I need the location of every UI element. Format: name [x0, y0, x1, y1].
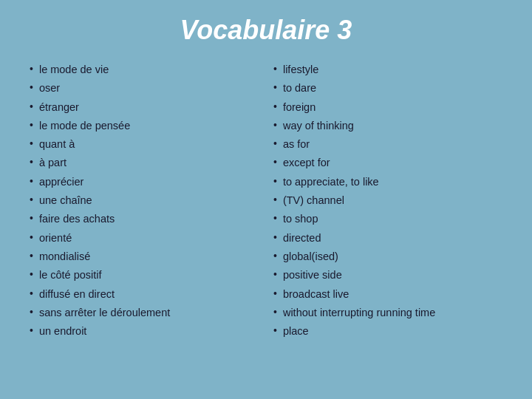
french-term: à part — [39, 155, 66, 170]
english-term: positive side — [283, 267, 342, 282]
french-term: le côté positif — [39, 267, 102, 282]
list-item: as for — [273, 137, 502, 151]
list-item: (TV) channel — [273, 193, 502, 208]
english-term: global(ised) — [283, 249, 338, 264]
list-item: global(ised) — [273, 249, 502, 264]
english-term: way of thinking — [283, 118, 354, 133]
english-term: to shop — [283, 211, 318, 226]
french-term: étranger — [39, 100, 79, 115]
list-item: way of thinking — [273, 118, 502, 133]
list-item: place — [273, 324, 502, 338]
english-term: place — [283, 324, 309, 338]
page-title: Vocabulaire 3 — [30, 15, 502, 46]
main-container: Vocabulaire 3 le mode de vieoserétranger… — [0, 0, 532, 399]
english-term: without interrupting running time — [283, 305, 435, 320]
french-term: mondialisé — [39, 249, 90, 264]
english-terms-list: lifestyleto dareforeignway of thinkingas… — [273, 62, 502, 338]
list-item: apprécier — [30, 174, 259, 189]
english-term: to dare — [283, 81, 316, 95]
list-item: oser — [30, 81, 259, 95]
english-term: directed — [283, 231, 321, 245]
list-item: à part — [30, 155, 259, 170]
list-item: sans arrêter le déroulement — [30, 305, 259, 320]
list-item: except for — [273, 155, 502, 170]
list-item: faire des achats — [30, 211, 259, 226]
french-term: une chaîne — [39, 193, 92, 208]
list-item: to shop — [273, 211, 502, 226]
list-item: broadcast live — [273, 287, 502, 301]
french-term: diffusé en direct — [39, 287, 115, 301]
list-item: to appreciate, to like — [273, 174, 502, 189]
english-term: lifestyle — [283, 62, 318, 77]
list-item: positive side — [273, 267, 502, 282]
list-item: lifestyle — [273, 62, 502, 77]
list-item: foreign — [273, 100, 502, 115]
english-term: broadcast live — [283, 287, 349, 301]
french-term: sans arrêter le déroulement — [39, 305, 170, 320]
french-term: apprécier — [39, 174, 83, 189]
list-item: le mode de vie — [30, 62, 259, 77]
list-item: le mode de pensée — [30, 118, 259, 133]
english-term: (TV) channel — [283, 193, 344, 208]
left-column: le mode de vieoserétrangerle mode de pen… — [30, 62, 259, 384]
french-term: faire des achats — [39, 211, 115, 226]
list-item: quant à — [30, 137, 259, 151]
columns-container: le mode de vieoserétrangerle mode de pen… — [30, 62, 502, 384]
french-term: oser — [39, 81, 60, 95]
french-term: orienté — [39, 231, 72, 245]
list-item: une chaîne — [30, 193, 259, 208]
list-item: orienté — [30, 231, 259, 245]
english-term: except for — [283, 155, 330, 170]
list-item: without interrupting running time — [273, 305, 502, 320]
english-term: foreign — [283, 100, 316, 115]
french-term: quant à — [39, 137, 75, 151]
list-item: étranger — [30, 100, 259, 115]
list-item: un endroit — [30, 324, 259, 338]
english-term: to appreciate, to like — [283, 174, 379, 189]
list-item: diffusé en direct — [30, 287, 259, 301]
french-term: un endroit — [39, 324, 87, 338]
english-term: as for — [283, 137, 310, 151]
french-term: le mode de vie — [39, 62, 109, 77]
list-item: directed — [273, 231, 502, 245]
list-item: le côté positif — [30, 267, 259, 282]
french-term: le mode de pensée — [39, 118, 130, 133]
list-item: to dare — [273, 81, 502, 95]
list-item: mondialisé — [30, 249, 259, 264]
right-column: lifestyleto dareforeignway of thinkingas… — [273, 62, 502, 384]
french-terms-list: le mode de vieoserétrangerle mode de pen… — [30, 62, 259, 338]
